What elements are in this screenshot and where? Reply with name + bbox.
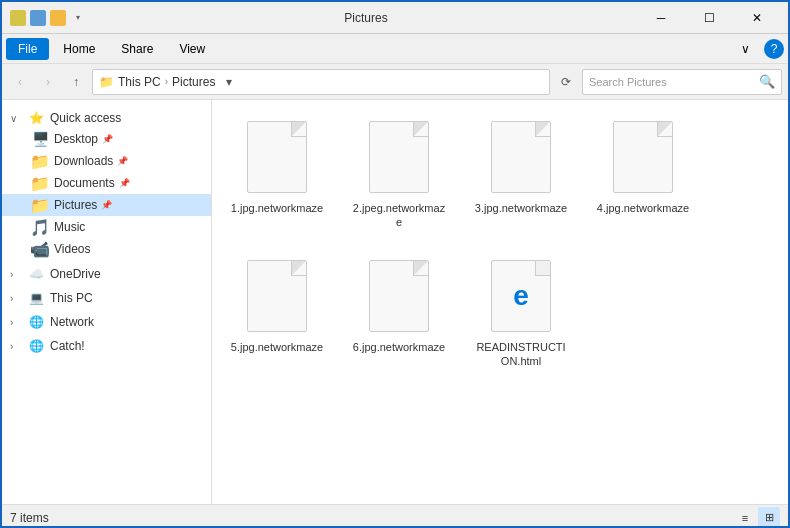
title-icon-save[interactable] [10, 10, 26, 26]
file-doc-4 [613, 121, 673, 193]
sidebar-item-documents[interactable]: 📁 Documents 📌 [2, 172, 211, 194]
minimize-button[interactable]: ─ [638, 2, 684, 34]
view-grid-button[interactable]: ⊞ [758, 507, 780, 529]
file-item-2[interactable]: 2.jpeg.networkmaze [344, 110, 454, 237]
file-item-7[interactable]: e READINSTRUCTION.html [466, 249, 576, 376]
menu-file[interactable]: File [6, 38, 49, 60]
file-label-5: 5.jpg.networkmaze [231, 340, 323, 354]
network-label: Network [50, 315, 94, 329]
file-doc-2 [369, 121, 429, 193]
search-placeholder: Search Pictures [589, 76, 755, 88]
view-buttons: ≡ ⊞ [734, 507, 780, 529]
network-toggle[interactable]: › [10, 317, 26, 328]
edge-logo-icon: e [513, 280, 529, 312]
title-icon-folder[interactable] [50, 10, 66, 26]
search-box[interactable]: Search Pictures 🔍 [582, 69, 782, 95]
downloads-label: Downloads [54, 154, 113, 168]
file-item-6[interactable]: 6.jpg.networkmaze [344, 249, 454, 376]
menu-share[interactable]: Share [109, 38, 165, 60]
file-item-3[interactable]: 3.jpg.networkmaze [466, 110, 576, 237]
item-count: 7 items [10, 511, 49, 525]
music-label: Music [54, 220, 85, 234]
file-icon-7: e [485, 256, 557, 336]
sidebar-section-catch: › 🌐 Catch! [2, 336, 211, 356]
maximize-button[interactable]: ☐ [686, 2, 732, 34]
sidebar-catch-header[interactable]: › 🌐 Catch! [2, 336, 211, 356]
path-sep-1: › [165, 76, 168, 87]
search-icon[interactable]: 🔍 [759, 74, 775, 89]
sidebar-item-pictures[interactable]: 📁 Pictures 📌 [2, 194, 211, 216]
downloads-icon: 📁 [30, 153, 50, 169]
quickaccess-star-icon: ⭐ [26, 110, 46, 126]
file-doc-edge-3 [536, 122, 550, 136]
documents-icon: 📁 [30, 175, 50, 191]
breadcrumb-current[interactable]: Pictures [172, 75, 215, 89]
sidebar-network-header[interactable]: › 🌐 Network [2, 312, 211, 332]
file-icon-2 [363, 117, 435, 197]
close-button[interactable]: ✕ [734, 2, 780, 34]
sidebar-item-downloads[interactable]: 📁 Downloads 📌 [2, 150, 211, 172]
back-button[interactable]: ‹ [8, 70, 32, 94]
sidebar-thispc-header[interactable]: › 💻 This PC [2, 288, 211, 308]
sidebar-item-videos[interactable]: 📹 Videos [2, 238, 211, 260]
thispc-icon: 💻 [26, 290, 46, 306]
file-label-6: 6.jpg.networkmaze [353, 340, 445, 354]
catch-toggle[interactable]: › [10, 341, 26, 352]
quickaccess-toggle[interactable]: ∨ [10, 113, 26, 124]
file-item-1[interactable]: 1.jpg.networkmaze [222, 110, 332, 237]
menu-bar: File Home Share View ∨ ? [2, 34, 788, 64]
forward-button[interactable]: › [36, 70, 60, 94]
address-field[interactable]: 📁 This PC › Pictures ▾ [92, 69, 550, 95]
menu-home[interactable]: Home [51, 38, 107, 60]
sidebar: ∨ ⭐ Quick access 🖥️ Desktop 📌 📁 Download… [2, 100, 212, 504]
sidebar-item-desktop[interactable]: 🖥️ Desktop 📌 [2, 128, 211, 150]
title-icon-undo[interactable] [30, 10, 46, 26]
file-label-2: 2.jpeg.networkmaze [351, 201, 447, 230]
menu-chevron[interactable]: ∨ [729, 38, 762, 60]
sidebar-quickaccess-header[interactable]: ∨ ⭐ Quick access [2, 108, 211, 128]
desktop-label: Desktop [54, 132, 98, 146]
file-label-3: 3.jpg.networkmaze [475, 201, 567, 215]
sidebar-onedrive-header[interactable]: › ☁️ OneDrive [2, 264, 211, 284]
sidebar-section-onedrive: › ☁️ OneDrive [2, 264, 211, 284]
file-icon-1 [241, 117, 313, 197]
title-icon-dropdown[interactable]: ▾ [70, 10, 86, 26]
refresh-button[interactable]: ⟳ [554, 70, 578, 94]
music-icon: 🎵 [30, 219, 50, 235]
file-doc-edge-5 [292, 261, 306, 275]
network-icon: 🌐 [26, 314, 46, 330]
onedrive-toggle[interactable]: › [10, 269, 26, 280]
window-title: Pictures [94, 11, 638, 25]
status-bar: 7 items ≡ ⊞ [2, 504, 788, 528]
file-item-5[interactable]: 5.jpg.networkmaze [222, 249, 332, 376]
videos-icon: 📹 [30, 241, 50, 257]
file-doc-edge-4 [658, 122, 672, 136]
onedrive-label: OneDrive [50, 267, 101, 281]
thispc-toggle[interactable]: › [10, 293, 26, 304]
menu-help[interactable]: ? [764, 39, 784, 59]
file-icon-5 [241, 256, 313, 336]
file-item-4[interactable]: 4.jpg.networkmaze [588, 110, 698, 237]
file-label-4: 4.jpg.networkmaze [597, 201, 689, 215]
address-bar: ‹ › ↑ 📁 This PC › Pictures ▾ ⟳ Search Pi… [2, 64, 788, 100]
thispc-label: This PC [50, 291, 93, 305]
view-list-button[interactable]: ≡ [734, 507, 756, 529]
sidebar-item-music[interactable]: 🎵 Music [2, 216, 211, 238]
desktop-icon: 🖥️ [30, 131, 50, 147]
menu-view[interactable]: View [167, 38, 217, 60]
up-button[interactable]: ↑ [64, 70, 88, 94]
documents-pin-icon: 📌 [119, 178, 130, 188]
catch-icon: 🌐 [26, 338, 46, 354]
file-doc-1 [247, 121, 307, 193]
file-doc-edge-1 [292, 122, 306, 136]
downloads-pin-icon: 📌 [117, 156, 128, 166]
desktop-pin-icon: 📌 [102, 134, 113, 144]
folder-icon: 📁 [99, 75, 114, 89]
breadcrumb-thispc[interactable]: This PC [118, 75, 161, 89]
file-doc-edge-6 [414, 261, 428, 275]
file-icon-4 [607, 117, 679, 197]
file-doc-edge-2 [414, 122, 428, 136]
address-dropdown[interactable]: ▾ [219, 69, 239, 95]
file-doc-3 [491, 121, 551, 193]
file-doc-5 [247, 260, 307, 332]
